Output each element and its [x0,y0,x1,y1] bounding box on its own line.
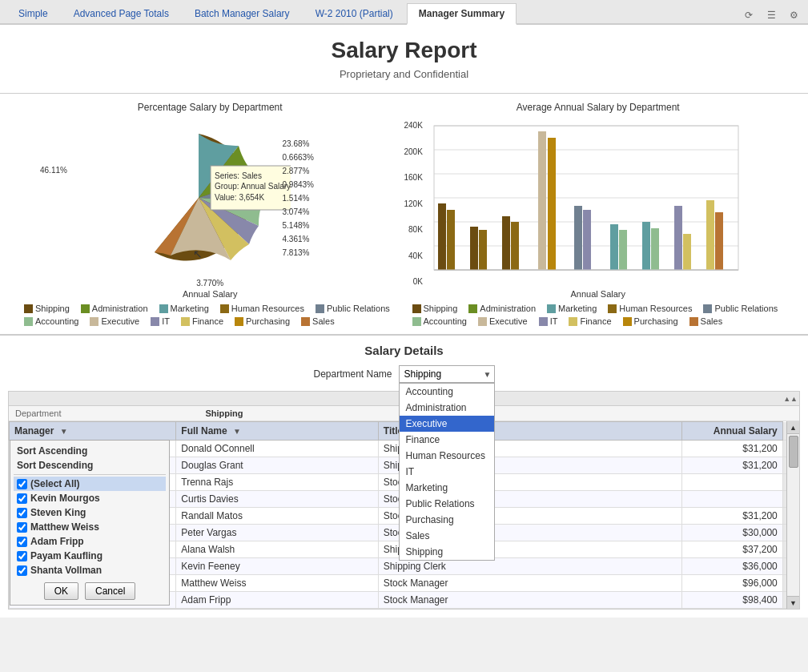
legend-swatch-shipping [24,304,33,313]
filter-steven-checkbox[interactable] [17,508,27,518]
bar-mkt-1[interactable] [610,224,618,270]
tab-advanced[interactable]: Advanced Page Totals [62,3,181,23]
tab-w2[interactable]: W-2 2010 (Partial) [304,3,405,23]
bar-admin-2[interactable] [511,222,519,270]
bar-mkt-2[interactable] [619,230,627,270]
legend-label-sales: Sales [312,316,335,326]
ok-button[interactable]: OK [44,582,78,600]
td-salary-1: $31,200 [681,457,782,474]
scroll-up-btn[interactable]: ▲▲ [783,395,798,403]
bar-swatch-executive [478,317,487,326]
v-scrollbar: ▲ ▼ [786,421,799,609]
pct-label-8: 7.813% [283,246,314,260]
sort-desc-option[interactable]: Sort Descending [14,458,166,473]
bar-shipping-2[interactable] [447,210,455,270]
td-fullname-2: Trenna Rajs [176,474,378,491]
legend-accounting: Accounting [24,316,78,326]
cancel-button[interactable]: Cancel [85,582,135,600]
y-label-3: 120K [404,199,423,208]
legend-label-pr: Public Relations [327,304,390,313]
dropdown-option-sales[interactable]: Sales [400,528,494,544]
pie-legend: Shipping Administration Marketing Human … [16,304,404,326]
dropdown-option-hr[interactable]: Human Resources [400,448,494,464]
y-label-6: 240K [404,121,423,130]
tab-batch[interactable]: Batch Manager Salary [183,3,302,23]
bar-fin-2[interactable] [715,212,723,270]
th-manager[interactable]: Manager ▼ Sort Ascending Sort Descending [10,422,176,441]
filter-matthew-weiss[interactable]: Matthew Weiss [14,520,166,534]
dropdown-option-pr[interactable]: Public Relations [400,496,494,512]
bar-legend: Shipping Administration Marketing Human … [404,304,793,326]
dropdown-option-accounting[interactable]: Accounting [400,384,494,400]
legend-swatch-pr [316,304,324,313]
refresh-icon[interactable]: ⟳ [741,7,757,23]
bar-pr-1[interactable] [574,206,582,270]
bar-exec-2[interactable] [548,138,556,270]
dropdown-option-finance[interactable]: Finance [400,432,494,448]
filter-kevin-mourgos[interactable]: Kevin Mourgos [14,491,166,505]
y-label-0: 0K [413,277,423,286]
filter-matthew-checkbox[interactable] [17,522,27,533]
bar-it-1[interactable] [674,206,682,270]
bar-acc-1[interactable] [642,222,650,270]
scroll-down-button[interactable]: ▼ [787,596,799,609]
tab-icons: ⟳ ☰ ⚙ [741,7,802,23]
select-all-option[interactable]: (Select All) [14,477,166,491]
tab-manager-summary[interactable]: Manager Summary [407,3,517,25]
filter-adam-checkbox[interactable] [17,537,27,547]
bar-pr-2[interactable] [583,210,591,270]
list-icon[interactable]: ☰ [763,7,779,23]
legend-sales: Sales [301,316,335,326]
dropdown-option-it[interactable]: IT [400,464,494,480]
legend-swatch-hr [220,304,229,313]
bar-it-2[interactable] [683,234,691,270]
department-filter-select[interactable]: Shipping [399,365,495,383]
dropdown-option-shipping[interactable]: Shipping [400,544,494,560]
th-salary[interactable]: Annual Salary [681,422,782,441]
filter-payam-kaufling[interactable]: Payam Kaufling [14,549,166,563]
filter-payam-checkbox[interactable] [17,551,27,561]
department-filter-wrapper: Shipping ▼ Accounting Administration Exe… [399,365,495,383]
sort-asc-option[interactable]: Sort Ascending [14,444,166,458]
scroll-up-button[interactable]: ▲ [787,421,799,434]
bar-label-executive: Executive [489,316,528,326]
legend-it: IT [151,316,170,326]
bar-label-sales: Sales [701,316,723,326]
filter-shanta-vollman[interactable]: Shanta Vollman [14,563,166,577]
bar-fin-1[interactable] [706,200,714,270]
bar-label-admin: Administration [480,304,536,313]
dropdown-option-administration[interactable]: Administration [400,400,494,416]
td-title-8: Stock Manager [378,575,681,592]
tabs-bar: Simple Advanced Page Totals Batch Manage… [0,0,808,25]
td-fullname-1: Douglas Grant [176,457,378,474]
filter-adam-fripp[interactable]: Adam Fripp [14,534,166,549]
filter-matthew-label: Matthew Weiss [30,521,99,533]
settings-icon[interactable]: ⚙ [786,7,802,23]
legend-admin: Administration [81,304,148,313]
th-fullname[interactable]: Full Name ▼ [176,422,378,441]
bar-exec-1[interactable] [538,131,546,270]
dropdown-option-purchasing[interactable]: Purchasing [400,512,494,528]
filter-kevin-checkbox[interactable] [17,493,27,504]
select-all-checkbox[interactable] [17,479,27,489]
scroll-thumb[interactable] [789,436,798,468]
tab-simple[interactable]: Simple [6,3,60,23]
bar-hr-1[interactable] [470,227,478,270]
bar-admin-1[interactable] [502,216,510,270]
legend-label-shipping: Shipping [35,304,70,313]
filter-shanta-checkbox[interactable] [17,565,27,576]
bar-shipping-1[interactable] [438,203,446,270]
bar-hr-2[interactable] [479,230,487,270]
bar-label-shipping: Shipping [424,304,458,313]
bar-swatch-sales [689,317,698,326]
bar-swatch-pr [703,304,712,313]
dropdown-option-executive[interactable]: Executive [400,416,494,432]
manager-sort-icon: ▼ [60,427,68,436]
td-salary-2 [681,474,782,491]
pct-label-1: 0.6663% [283,151,314,164]
legend-shipping: Shipping [24,304,70,313]
dropdown-option-marketing[interactable]: Marketing [400,480,494,496]
pct-label-7: 4.361% [283,232,314,246]
bar-acc-2[interactable] [651,228,659,270]
filter-steven-king[interactable]: Steven King [14,505,166,520]
